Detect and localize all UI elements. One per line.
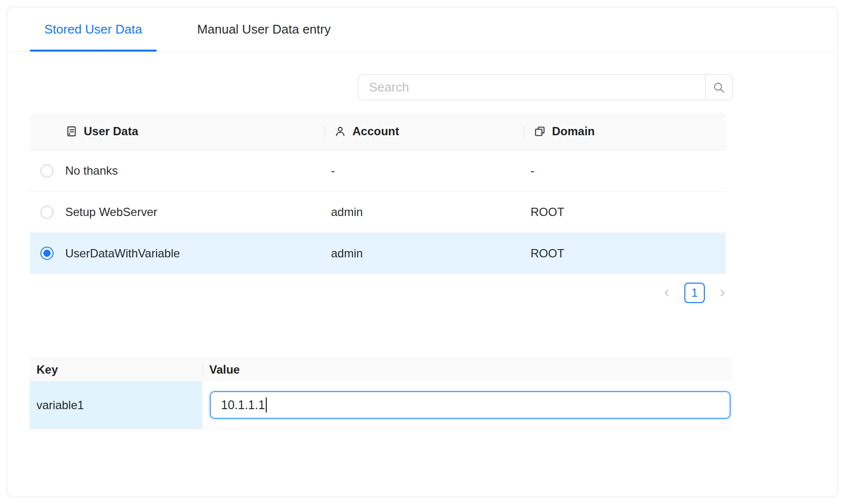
- radio-userdatawithvariable[interactable]: [40, 247, 54, 260]
- domain-column-header: Domain: [524, 112, 726, 150]
- radio-setup-webserver[interactable]: [40, 206, 54, 219]
- user-icon: [334, 125, 347, 138]
- search-row: [30, 74, 733, 100]
- tab-stored-user-data-label: Stored User Data: [44, 22, 142, 37]
- domain-cell: ROOT: [524, 205, 726, 219]
- search-button[interactable]: [705, 74, 733, 100]
- kv-header-row: Key Value: [30, 358, 733, 381]
- key-value-table: Key Value variable1 10.1.1.1: [30, 358, 733, 429]
- tab-manual-user-data-entry[interactable]: Manual User Data entry: [183, 7, 346, 51]
- account-cell: -: [324, 164, 524, 178]
- variable-key-cell: variable1: [30, 381, 202, 429]
- pagination: 1: [30, 283, 733, 303]
- tab-manual-user-data-entry-label: Manual User Data entry: [197, 22, 331, 37]
- account-cell: admin: [324, 205, 524, 219]
- user-data-cell: UserDataWithVariable: [64, 247, 324, 260]
- pagination-page-1[interactable]: 1: [684, 283, 705, 303]
- account-cell: admin: [324, 247, 524, 260]
- value-column-header: Value: [202, 358, 733, 381]
- kv-row: variable1 10.1.1.1: [30, 381, 733, 429]
- pagination-next-button[interactable]: [712, 283, 733, 303]
- value-input-text: 10.1.1.1: [221, 398, 265, 412]
- stored-user-data-table: User Data Account: [30, 112, 726, 274]
- user-data-column-header: User Data: [64, 112, 324, 150]
- pagination-prev-button[interactable]: [657, 283, 677, 303]
- table-row[interactable]: No thanks - -: [30, 150, 726, 191]
- form-document-icon: [65, 125, 78, 138]
- key-column-header: Key: [30, 358, 202, 381]
- search-group: [358, 74, 733, 100]
- chevron-right-icon: [717, 288, 727, 298]
- cluster-icon: [533, 125, 546, 138]
- table-row-selected[interactable]: UserDataWithVariable admin ROOT: [30, 233, 726, 274]
- user-data-column-label: User Data: [84, 125, 138, 138]
- user-data-cell: Setup WebServer: [64, 205, 324, 219]
- variable-value-cell: 10.1.1.1: [202, 381, 733, 429]
- account-column-label: Account: [352, 125, 399, 138]
- domain-column-label: Domain: [552, 125, 595, 138]
- radio-no-thanks[interactable]: [40, 164, 54, 178]
- user-data-panel: Stored User Data Manual User Data entry: [7, 7, 838, 497]
- domain-cell: -: [524, 164, 726, 178]
- table-header-row: User Data Account: [30, 112, 726, 150]
- tab-bar: Stored User Data Manual User Data entry: [7, 7, 837, 52]
- domain-cell: ROOT: [524, 247, 726, 260]
- magnifier-icon: [712, 81, 726, 94]
- chevron-left-icon: [662, 288, 672, 298]
- search-input[interactable]: [358, 74, 706, 100]
- table-row[interactable]: Setup WebServer admin ROOT: [30, 191, 726, 233]
- user-data-cell: No thanks: [64, 164, 324, 178]
- value-input[interactable]: 10.1.1.1: [210, 391, 731, 419]
- account-column-header: Account: [324, 112, 524, 150]
- text-caret: [266, 397, 267, 413]
- tab-stored-user-data[interactable]: Stored User Data: [30, 7, 157, 51]
